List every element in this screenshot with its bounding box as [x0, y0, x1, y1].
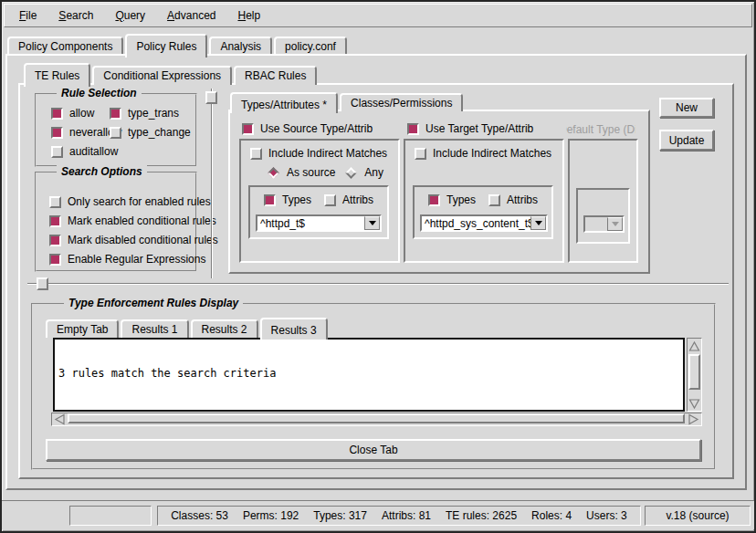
checkbox-neverallow-indicator[interactable] — [51, 127, 63, 139]
default-type-combobox — [583, 215, 625, 233]
checkbox-enable-regex-indicator[interactable] — [49, 254, 61, 266]
menu-help-rest: elp — [246, 9, 260, 22]
checkbox-mark-enabled-conditional-indicator[interactable] — [49, 215, 61, 227]
results-text-area[interactable]: 3 rules match the search criteria (5822)… — [53, 338, 685, 412]
checkbox-allow-indicator[interactable] — [51, 108, 63, 120]
rules-tab-bar: TE Rules Conditional Expressions RBAC Ru… — [24, 62, 319, 85]
status-te-rules: TE rules: 2625 — [446, 509, 517, 522]
tab-empty-tab[interactable]: Empty Tab — [46, 319, 119, 338]
menu-advanced[interactable]: Advanced — [158, 6, 225, 25]
checkbox-enable-regex[interactable]: Enable Regular Expressions — [49, 253, 218, 266]
vertical-sash[interactable] — [211, 89, 213, 278]
radio-any-indicator[interactable] — [345, 167, 357, 179]
results-blank-line — [58, 405, 679, 412]
main-tab-bar: Policy Components Policy Rules Analysis … — [7, 31, 349, 56]
menu-help[interactable]: Help — [228, 6, 269, 25]
status-types: Types: 317 — [313, 509, 367, 522]
scroll-up-arrow-icon[interactable] — [688, 340, 700, 352]
tab-classes-permissions[interactable]: Classes/Permissions — [340, 93, 463, 111]
tab-analysis[interactable]: Analysis — [209, 37, 272, 56]
checkbox-target-attribs-indicator[interactable] — [488, 194, 500, 206]
checkbox-source-types[interactable]: Types — [264, 193, 311, 206]
menu-query[interactable]: Query — [106, 6, 154, 25]
tab-results-1[interactable]: Results 1 — [121, 319, 188, 338]
app-window: File Search Query Advanced Help Policy C… — [0, 0, 756, 533]
checkbox-use-target-indicator[interactable] — [407, 123, 419, 135]
checkbox-only-enabled-rules[interactable]: Only search for enabled rules — [49, 195, 218, 208]
checkbox-use-source-indicator[interactable] — [242, 123, 254, 135]
checkbox-target-indirect[interactable]: Include Indirect Matches — [415, 147, 551, 160]
checkbox-type-change-indicator[interactable] — [110, 127, 121, 139]
tab-policy-rules[interactable]: Policy Rules — [125, 34, 207, 57]
use-source-label: Use Source Type/Attrib — [260, 122, 373, 135]
scroll-down-arrow-icon[interactable] — [688, 397, 700, 410]
checkbox-source-types-indicator[interactable] — [264, 194, 276, 206]
results-vertical-scrollbar[interactable] — [687, 338, 702, 412]
tab-types-attributes[interactable]: Types/Attributes * — [230, 92, 338, 113]
checkbox-neverallow[interactable]: neverallow — [51, 126, 110, 139]
horizontal-sash-handle[interactable] — [37, 277, 48, 290]
chevron-down-icon — [369, 221, 376, 225]
results-horizontal-scrollbar[interactable] — [51, 413, 702, 426]
menu-advanced-accel: A — [167, 9, 174, 22]
target-type-combobox-value[interactable]: ^httpd_sys_content_t$ — [422, 216, 530, 230]
checkbox-use-source[interactable]: Use Source Type/Attrib — [242, 122, 373, 135]
tab-results-3[interactable]: Results 3 — [260, 318, 328, 340]
status-perms: Perms: 192 — [243, 509, 299, 522]
horizontal-scroll-thumb[interactable] — [68, 413, 685, 423]
checkbox-type-trans-indicator[interactable] — [110, 108, 121, 120]
checkbox-type-trans[interactable]: type_trans — [110, 107, 191, 120]
checkbox-target-attribs[interactable]: Attribs — [488, 193, 538, 206]
checkbox-target-types[interactable]: Types — [428, 193, 476, 206]
horizontal-sash[interactable] — [27, 283, 729, 285]
checkbox-only-enabled-rules-indicator[interactable] — [49, 196, 61, 208]
vertical-scroll-thumb[interactable] — [688, 354, 700, 390]
scroll-right-arrow-icon[interactable] — [687, 413, 700, 424]
checkbox-mark-disabled-conditional-indicator[interactable] — [49, 235, 61, 246]
checkbox-source-indirect[interactable]: Include Indirect Matches — [250, 147, 387, 160]
new-button[interactable]: New — [659, 98, 714, 118]
checkbox-use-target[interactable]: Use Target Type/Attrib — [407, 122, 533, 135]
checkbox-mark-disabled-conditional[interactable]: Mark disabled conditional rules — [49, 234, 218, 246]
tab-conditional-expressions[interactable]: Conditional Expressions — [92, 66, 232, 85]
checkbox-allow[interactable]: allow — [51, 107, 110, 120]
radio-as-source[interactable]: As source — [267, 166, 335, 179]
checkbox-source-attribs[interactable]: Attribs — [324, 193, 373, 206]
tab-policy-conf[interactable]: policy.conf — [274, 37, 347, 56]
default-type-inner-frame — [576, 188, 630, 244]
checkbox-mark-disabled-conditional-label: Mark disabled conditional rules — [68, 234, 218, 246]
statusbar: Classes: 53 Perms: 192 Types: 317 Attrib… — [2, 500, 754, 529]
menu-search[interactable]: Search — [49, 6, 102, 25]
close-tab-button[interactable]: Close Tab — [46, 439, 701, 461]
menu-file[interactable]: File — [10, 6, 46, 25]
radio-any-label: Any — [364, 166, 383, 179]
checkbox-allow-label: allow — [69, 107, 94, 120]
target-indirect-label: Include Indirect Matches — [433, 147, 551, 160]
vertical-sash-handle[interactable] — [205, 91, 217, 104]
radio-any[interactable]: Any — [344, 166, 383, 179]
checkbox-type-change[interactable]: type_change — [110, 126, 191, 139]
scroll-left-arrow-icon[interactable] — [53, 413, 67, 424]
checkbox-auditallow[interactable]: auditallow — [51, 145, 110, 158]
te-rules-display-title: Type Enforcement Rules Display — [64, 297, 243, 309]
tab-rbac-rules[interactable]: RBAC Rules — [234, 66, 317, 85]
use-target-label: Use Target Type/Attrib — [425, 122, 533, 135]
source-type-combobox[interactable]: ^httpd_t$ — [256, 214, 382, 232]
tab-results-2[interactable]: Results 2 — [191, 319, 258, 338]
checkbox-auditallow-label: auditallow — [69, 145, 118, 158]
radio-as-source-indicator[interactable] — [268, 167, 279, 179]
types-attribs-page: Use Source Type/Attrib Include Indirect … — [228, 110, 650, 274]
checkbox-target-types-indicator[interactable] — [428, 194, 440, 206]
checkbox-mark-enabled-conditional[interactable]: Mark enabled conditional rules — [49, 214, 218, 227]
target-type-combobox-button[interactable] — [530, 216, 546, 230]
source-type-combobox-value[interactable]: ^httpd_t$ — [257, 216, 364, 230]
update-button[interactable]: Update — [659, 130, 714, 151]
tab-policy-components[interactable]: Policy Components — [7, 37, 123, 56]
checkbox-target-indirect-indicator[interactable] — [415, 148, 426, 160]
checkbox-source-indirect-indicator[interactable] — [250, 148, 262, 160]
target-type-combobox[interactable]: ^httpd_sys_content_t$ — [420, 214, 548, 232]
source-type-combobox-button[interactable] — [364, 216, 380, 230]
tab-te-rules[interactable]: TE Rules — [24, 63, 90, 87]
checkbox-auditallow-indicator[interactable] — [51, 146, 63, 158]
checkbox-source-attribs-indicator[interactable] — [324, 194, 336, 206]
